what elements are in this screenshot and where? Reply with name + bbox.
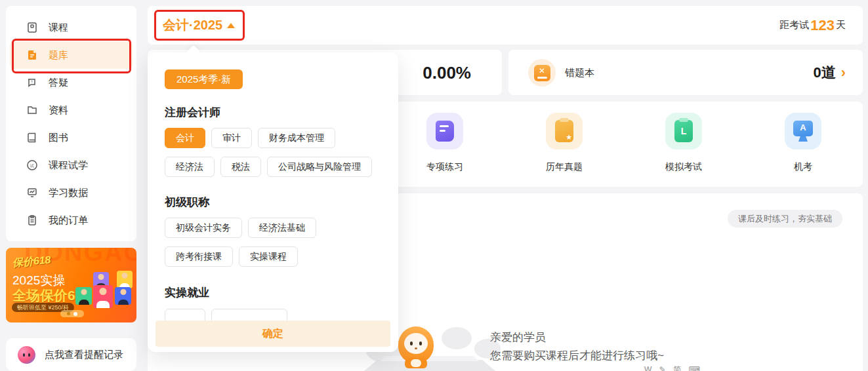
exam-switcher[interactable]: 会计·2025	[163, 16, 235, 34]
banner-teacher-photo	[117, 271, 133, 288]
banner-carousel-dots[interactable]	[60, 310, 84, 317]
sidebar-item-trial[interactable]: 试 课程试学	[6, 151, 136, 179]
subject-chip-financial-cost[interactable]: 财务成本管理	[258, 128, 335, 148]
countdown-prefix: 距考试	[779, 19, 809, 31]
exam-switcher-label: 会计·2025	[163, 16, 222, 34]
confirm-button[interactable]: 确定	[155, 321, 390, 347]
quick-action-label: 专项练习	[426, 161, 463, 173]
quick-action-special-practice[interactable]: 专项练习	[405, 113, 484, 173]
computer-exam-icon	[785, 113, 821, 149]
sidebar-item-question-bank[interactable]: 题库	[10, 41, 133, 69]
subject-chip-bridge-course[interactable]: 跨考衔接课	[165, 246, 233, 267]
sidebar-item-label: 学习数据	[49, 187, 88, 199]
sidebar-item-courses[interactable]: 课程	[6, 14, 136, 41]
practice-tip-pill: 课后及时练习，夯实基础	[728, 210, 842, 227]
sidebar-item-books[interactable]: 图书	[6, 124, 136, 151]
materials-folder-icon	[26, 104, 38, 116]
books-icon	[26, 132, 38, 144]
study-data-icon	[26, 187, 38, 199]
sidebar-item-study-data[interactable]: 学习数据	[6, 179, 136, 206]
qa-chat-icon: ?	[26, 77, 38, 88]
wrong-book-label: 错题本	[565, 66, 594, 79]
subject-chip-economic-law-basics[interactable]: 经济法基础	[248, 218, 316, 238]
chevron-right-icon: ›	[841, 66, 846, 80]
orders-icon	[26, 214, 38, 226]
wrong-book-icon	[528, 59, 556, 87]
reminder-mascot-icon	[18, 346, 35, 364]
trial-icon: 试	[26, 159, 38, 171]
mock-exam-icon	[665, 113, 702, 149]
quick-action-computer-exam[interactable]: 机考	[764, 113, 842, 173]
past-exams-icon	[546, 113, 583, 149]
subject-chip-junior-practice[interactable]: 初级会计实务	[165, 218, 242, 238]
quick-action-label: 历年真题	[546, 161, 583, 173]
cloud-decoration	[442, 327, 472, 349]
section-title-cpa: 注册会计师	[165, 105, 220, 120]
svg-text:试: 试	[30, 164, 34, 168]
countdown-suffix: 天	[836, 19, 846, 31]
quick-action-label: 机考	[794, 161, 812, 173]
exam-dropdown-panel: 2025考季·新 注册会计师 会计 审计 财务成本管理 经济法 税法 公司战略与…	[148, 52, 398, 352]
subject-chip-tax-law[interactable]: 税法	[220, 157, 261, 177]
section-title-practical-employment: 实操就业	[165, 285, 209, 300]
svg-text:?: ?	[31, 80, 33, 84]
accuracy-value: 0.00%	[423, 62, 471, 83]
subject-chip-economic-law[interactable]: 经济法	[165, 157, 215, 177]
course-book-icon	[26, 22, 38, 33]
banner-teacher-photo	[93, 285, 113, 308]
sidebar-item-label: 课程	[49, 22, 68, 34]
special-practice-icon	[426, 113, 463, 149]
header-bar: 会计·2025 距考试 123 天	[148, 6, 863, 45]
exam-countdown: 距考试 123 天	[779, 6, 846, 45]
ime-toolbar-fragment: W ✎ 简 ⌨	[644, 364, 703, 371]
subject-chip-practical-course[interactable]: 实操课程	[239, 246, 298, 267]
quick-action-mock-exam[interactable]: 模拟考试	[644, 113, 723, 173]
banner-badge: 保价618	[12, 253, 51, 270]
sidebar-item-qa[interactable]: ? 答疑	[6, 69, 136, 96]
banner-teacher-photo	[115, 287, 131, 305]
mascot-character	[398, 326, 434, 368]
section-title-junior: 初级职称	[165, 195, 209, 210]
subject-chip-strategy-risk[interactable]: 公司战略与风险管理	[267, 157, 372, 177]
sidebar-item-label: 我的订单	[49, 214, 88, 227]
sidebar-item-label: 图书	[49, 132, 68, 144]
season-badge-button[interactable]: 2025考季·新	[165, 69, 243, 89]
wrong-book-card[interactable]: 错题本 0道 ›	[508, 50, 863, 95]
practice-message: 您需要购买课程后才能进行练习哦~	[490, 348, 664, 363]
sidebar: 课程 题库 ? 答疑 资料 图书 试 课程试学 学习数据	[6, 6, 136, 241]
subject-chip-accounting[interactable]: 会计	[165, 128, 205, 148]
chevron-up-icon	[227, 23, 235, 28]
practice-greeting: 亲爱的学员	[490, 330, 546, 345]
sidebar-item-label: 课程试学	[49, 159, 88, 172]
sidebar-item-label: 资料	[49, 104, 68, 117]
promo-banner[interactable]: DONGAO 保价618 2025实操 全场保价618 畅听班低至 ¥250/科	[6, 248, 136, 322]
reminder-card[interactable]: 点我查看提醒记录	[6, 338, 136, 371]
sidebar-item-label: 题库	[49, 49, 68, 62]
sidebar-item-materials[interactable]: 资料	[6, 96, 136, 124]
quick-action-past-exams[interactable]: 历年真题	[525, 113, 604, 173]
banner-teacher-photo	[75, 287, 92, 305]
subject-chip-audit[interactable]: 审计	[211, 128, 252, 148]
wrong-count: 0道	[813, 63, 835, 83]
question-bank-icon	[26, 49, 38, 61]
sidebar-item-label: 答疑	[49, 77, 68, 89]
reminder-label: 点我查看提醒记录	[45, 349, 123, 361]
sidebar-item-orders[interactable]: 我的订单	[6, 206, 136, 234]
countdown-days: 123	[810, 17, 835, 34]
quick-action-label: 模拟考试	[665, 161, 702, 173]
